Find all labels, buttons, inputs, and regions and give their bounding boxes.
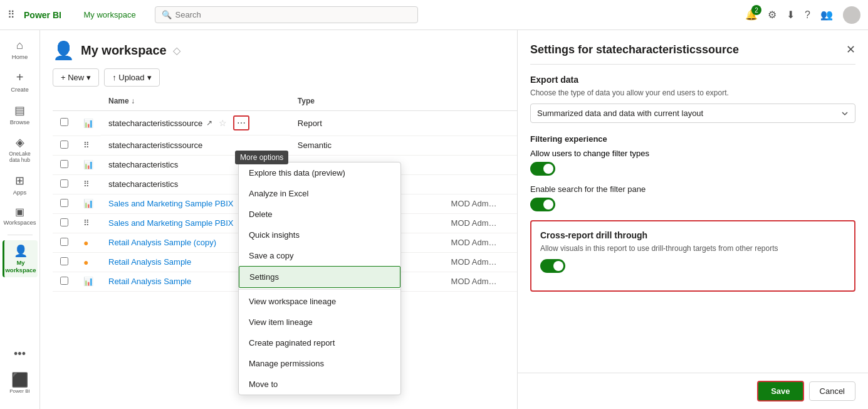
sidebar-item-my-workspace-label: Myworkspace	[5, 259, 36, 274]
brand-label[interactable]: Power BI	[24, 10, 61, 20]
sidebar-item-browse[interactable]: ▤ Browse	[3, 100, 38, 129]
star-btn[interactable]: ☆	[216, 117, 229, 129]
row-checkbox[interactable]	[60, 238, 68, 246]
col-5	[379, 92, 407, 111]
more-icon: •••	[14, 348, 26, 361]
sidebar-item-apps-label: Apps	[13, 189, 27, 196]
filter-search-toggle[interactable]	[530, 198, 555, 211]
row-type-icon: 📊	[83, 160, 93, 169]
share-icon[interactable]: 👥	[820, 9, 833, 21]
settings-icon[interactable]: ⚙	[768, 9, 776, 21]
page-header-icon: 👤	[53, 40, 75, 61]
topbar-workspace-link[interactable]: My workspace	[84, 10, 136, 19]
new-button[interactable]: + New ▾	[53, 68, 99, 87]
page-header: 👤 My workspace ◇	[40, 30, 517, 66]
browse-icon: ▤	[14, 104, 25, 117]
row-checkbox[interactable]	[60, 257, 68, 265]
sidebar-item-my-workspace[interactable]: 👤 Myworkspace	[3, 240, 38, 277]
cancel-button[interactable]: Cancel	[809, 381, 855, 401]
row-checkbox[interactable]	[60, 199, 68, 207]
col-icon	[76, 92, 101, 111]
onelake-icon: ◈	[16, 135, 24, 149]
col-owner	[444, 92, 517, 111]
table-row: 📊 statecharacteristicssource ↗ ☆ ⋯ Repor…	[53, 111, 517, 136]
download-icon[interactable]: ⬇	[787, 9, 795, 21]
export-data-select[interactable]: Summarized data and data with current la…	[530, 104, 855, 123]
row-type-icon: 📊	[83, 119, 93, 128]
cross-report-toggle[interactable]	[540, 259, 565, 273]
sidebar-item-create[interactable]: + Create	[3, 66, 38, 97]
sidebar-item-onelake[interactable]: ◈ OneLakedata hub	[3, 132, 38, 167]
sidebar-item-home[interactable]: ⌂ Home	[3, 35, 38, 64]
sidebar-item-workspaces[interactable]: ▣ Workspaces	[3, 202, 38, 230]
upload-caret-icon: ▾	[147, 73, 152, 82]
search-box[interactable]: 🔍	[155, 6, 418, 23]
powerbi-logo: ⬛ Power BI	[9, 367, 29, 399]
row-checkbox[interactable]	[60, 218, 68, 226]
sidebar-bottom: ••• ⬛ Power BI	[3, 344, 38, 404]
col-checkbox	[53, 92, 76, 111]
menu-item-manage-permissions[interactable]: Manage permissions	[239, 353, 400, 374]
search-icon: 🔍	[162, 10, 172, 19]
export-description: Choose the type of data you allow your e…	[530, 88, 855, 97]
search-input[interactable]	[175, 10, 411, 19]
menu-item-settings[interactable]: Settings	[239, 266, 400, 288]
row-checkbox[interactable]	[60, 179, 68, 188]
sidebar-item-workspaces-label: Workspaces	[3, 219, 36, 226]
cross-report-toggle-row	[540, 259, 845, 273]
new-caret-icon: ▾	[86, 73, 91, 82]
col-type: Type	[290, 92, 379, 111]
sidebar-item-home-label: Home	[12, 53, 28, 60]
settings-footer: Save Cancel	[518, 373, 868, 409]
menu-item-view-workspace-lineage[interactable]: View workspace lineage	[239, 291, 400, 312]
row-checkbox[interactable]	[60, 277, 68, 285]
sidebar-divider	[8, 235, 33, 235]
menu-item-quick-insights[interactable]: Quick insights	[239, 225, 400, 245]
dropdown-divider	[239, 289, 400, 290]
row-type-icon: 📊	[83, 277, 93, 286]
sidebar-more-button[interactable]: •••	[3, 344, 38, 364]
open-icon: ↗	[206, 119, 212, 127]
menu-item-move-to[interactable]: Move to	[239, 374, 400, 395]
menu-item-explore[interactable]: Explore this data (preview)	[239, 162, 400, 183]
workspaces-icon: ▣	[15, 206, 24, 218]
col-name[interactable]: Name ↓	[101, 92, 290, 111]
topbar-actions: 🔔 2 ⚙ ⬇ ? 👥	[745, 6, 860, 24]
sidebar-item-browse-label: Browse	[10, 119, 30, 125]
toolbar: + New ▾ ↑ Upload ▾	[40, 66, 517, 92]
settings-header: Settings for statecharacteristicssource …	[518, 30, 868, 64]
filter-search-toggle-row	[530, 198, 855, 211]
sidebar-item-create-label: Create	[11, 86, 29, 93]
more-options-button[interactable]: ⋯	[233, 115, 249, 130]
row-checkbox[interactable]	[60, 160, 68, 168]
settings-title: Settings for statecharacteristicssource	[530, 43, 739, 56]
menu-item-create-paginated[interactable]: Create paginated report	[239, 332, 400, 353]
context-menu: Explore this data (preview) Analyze in E…	[238, 162, 401, 395]
filter-types-toggle[interactable]	[530, 162, 555, 176]
create-icon: +	[16, 70, 24, 85]
col-7	[426, 92, 444, 111]
upload-button[interactable]: ↑ Upload ▾	[104, 68, 159, 87]
save-button[interactable]: Save	[757, 381, 803, 401]
menu-item-analyze[interactable]: Analyze in Excel	[239, 183, 400, 204]
new-button-label: + New	[61, 73, 84, 82]
page-title: My workspace	[81, 43, 167, 58]
settings-close-button[interactable]: ✕	[846, 43, 855, 56]
menu-item-save-copy[interactable]: Save a copy	[239, 245, 400, 266]
powerbi-logo-icon: ⬛	[11, 372, 28, 388]
notification-icon[interactable]: 🔔 2	[745, 9, 758, 21]
row-type-icon: ⠿	[83, 141, 90, 150]
cross-report-section: Cross-report drill through Allow visuals…	[530, 220, 855, 292]
row-checkbox[interactable]	[60, 118, 68, 126]
avatar[interactable]	[843, 6, 860, 24]
row-type: Semantic	[290, 135, 379, 155]
settings-body: Export data Choose the type of data you …	[518, 65, 868, 373]
menu-item-delete[interactable]: Delete	[239, 204, 400, 225]
menu-item-view-item-lineage[interactable]: View item lineage	[239, 312, 400, 332]
sidebar-item-apps[interactable]: ⊞ Apps	[3, 170, 38, 199]
row-type-icon: ⠿	[83, 218, 90, 228]
row-checkbox[interactable]	[60, 141, 68, 149]
help-icon[interactable]: ?	[805, 9, 810, 21]
row-type-icon: ●	[83, 238, 88, 248]
row-name[interactable]: statecharacteristicssource ↗ ☆ ⋯	[101, 111, 290, 135]
